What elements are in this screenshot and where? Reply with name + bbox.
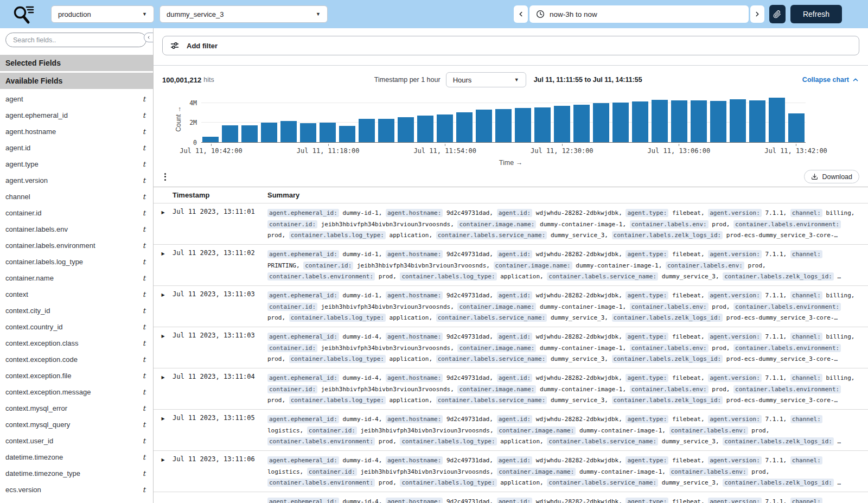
field-item[interactable]: container.labels.envt — [0, 221, 153, 237]
chart-bar[interactable] — [398, 117, 414, 142]
field-item[interactable]: context.country_idt — [0, 319, 153, 335]
chart-bar[interactable] — [476, 110, 492, 142]
field-item[interactable]: agent.idt — [0, 139, 153, 156]
chart-bar[interactable] — [515, 108, 531, 142]
field-item[interactable]: datetime.timezonet — [0, 449, 153, 465]
field-item[interactable]: context.exception.classt — [0, 335, 153, 351]
field-item[interactable]: agent.typet — [0, 156, 153, 172]
chart-bar[interactable] — [417, 116, 433, 142]
chart-bar[interactable] — [749, 100, 765, 142]
attach-button[interactable] — [769, 5, 786, 23]
field-label: context.exception.class — [5, 339, 78, 347]
field-key-chip: container.labels.env: — [666, 262, 744, 270]
field-key-chip: agent.id: — [497, 374, 533, 382]
chart-bar[interactable] — [573, 105, 590, 142]
field-item[interactable]: container.idt — [0, 205, 153, 221]
field-item[interactable]: channelt — [0, 188, 153, 205]
log-row: ▶Jul 11 2023, 13:11:01agent.ephemeral_id… — [154, 203, 868, 245]
field-type-string-icon: t — [143, 437, 145, 445]
expand-row-icon[interactable]: ▶ — [154, 455, 173, 492]
field-type-string-icon: t — [143, 355, 145, 364]
field-item[interactable]: datetime.timezone_typet — [0, 465, 153, 481]
app-logo-search-logs-icon[interactable] — [11, 3, 36, 26]
top-navigation-bar: production ▼ dummy_service_3 ▼ now-3h to… — [0, 0, 868, 28]
add-filter-bar[interactable]: Add filter — [162, 36, 859, 55]
chart-bar[interactable] — [339, 126, 355, 142]
chart-bar[interactable] — [671, 100, 687, 142]
time-back-button[interactable] — [514, 5, 528, 23]
chart-bar[interactable] — [632, 101, 648, 142]
chart-bar[interactable] — [691, 100, 707, 142]
field-item[interactable]: context.mysql_errort — [0, 400, 153, 416]
refresh-button[interactable]: Refresh — [790, 5, 842, 23]
chart-bar[interactable] — [554, 106, 570, 142]
expand-row-icon[interactable]: ▶ — [154, 373, 173, 409]
chart-bar[interactable] — [300, 123, 316, 142]
download-button[interactable]: Download — [804, 170, 859, 183]
chart-bar[interactable] — [437, 114, 453, 142]
chart-bar[interactable] — [320, 123, 336, 142]
table-header-row: Timestamp Summary — [154, 187, 868, 203]
table-options-kebab-icon[interactable] — [161, 171, 169, 183]
field-item[interactable]: contextt — [0, 286, 153, 302]
field-type-string-icon: t — [143, 453, 145, 461]
field-item[interactable]: context.exception.filet — [0, 367, 153, 384]
field-label: agent.ephemeral_id — [5, 111, 68, 119]
environment-select[interactable]: production ▼ — [51, 5, 154, 23]
chart-bar[interactable] — [534, 107, 551, 142]
service-select[interactable]: dummy_service_3 ▼ — [159, 5, 328, 23]
field-key-chip: channel: — [790, 415, 822, 423]
chart-bar[interactable] — [710, 101, 726, 142]
chart-bar[interactable] — [241, 125, 258, 142]
chart-bar[interactable] — [222, 125, 238, 142]
expand-row-icon[interactable]: ▶ — [154, 332, 173, 368]
chart-bar[interactable] — [202, 137, 219, 142]
chart-bar[interactable] — [495, 109, 512, 142]
chart-bar[interactable] — [730, 99, 746, 142]
field-item[interactable]: context.exception.messaget — [0, 384, 153, 400]
chart-bar[interactable] — [359, 119, 375, 142]
field-item[interactable]: context.mysql_queryt — [0, 416, 153, 432]
field-key-chip: container.labels.service_name: — [436, 396, 547, 404]
time-forward-button[interactable] — [750, 5, 764, 23]
chart-bar[interactable] — [261, 123, 277, 142]
field-item[interactable]: agent.ephemeral_idt — [0, 107, 153, 123]
chart-bar[interactable] — [788, 113, 805, 142]
collapse-chart-link[interactable]: Collapse chart — [802, 76, 859, 84]
field-item[interactable]: container.labels.log_typet — [0, 253, 153, 270]
field-type-string-icon: t — [143, 160, 145, 168]
chart-bar[interactable] — [652, 100, 668, 142]
chart-bar[interactable] — [612, 103, 629, 142]
paperclip-icon — [773, 10, 781, 18]
chart-bar[interactable] — [456, 112, 473, 142]
field-item[interactable]: context.exception.codet — [0, 351, 153, 367]
x-tick-mark — [328, 144, 329, 146]
field-item[interactable]: container.labels.environmentt — [0, 237, 153, 253]
expand-row-icon[interactable]: ▶ — [154, 414, 173, 450]
expand-row-icon[interactable]: ▶ — [154, 290, 173, 327]
interval-select[interactable]: Hours ▼ — [446, 72, 526, 87]
chart-bar[interactable] — [280, 121, 297, 142]
field-item[interactable]: agent.versiont — [0, 172, 153, 188]
summary-line: agent.ephemeral_id: dummy-id-1, agent.ho… — [267, 290, 864, 302]
field-item[interactable]: agentt — [0, 91, 153, 107]
chart-bar[interactable] — [593, 103, 609, 143]
field-key-chip: channel: — [790, 333, 822, 341]
field-key-chip: agent.version: — [708, 456, 762, 464]
field-item[interactable]: context.user_idt — [0, 432, 153, 449]
collapse-sidebar-button[interactable] — [144, 33, 154, 42]
field-label: container.id — [5, 209, 42, 217]
field-item[interactable]: context.city_idt — [0, 302, 153, 319]
download-button-label: Download — [822, 173, 852, 181]
expand-row-icon[interactable]: ▶ — [154, 249, 173, 285]
field-item[interactable]: agent.hostnamet — [0, 123, 153, 139]
field-key-chip: container.labels.service_name: — [547, 272, 658, 281]
chart-bar[interactable] — [769, 98, 785, 142]
field-label: agent.type — [5, 160, 39, 168]
expand-row-icon[interactable]: ▶ — [154, 208, 173, 244]
time-range-input[interactable]: now-3h to now — [529, 5, 749, 23]
field-item[interactable]: ecs.versiont — [0, 481, 153, 498]
chart-bar[interactable] — [378, 119, 394, 143]
search-fields-input[interactable] — [5, 33, 146, 47]
field-item[interactable]: container.namet — [0, 270, 153, 286]
